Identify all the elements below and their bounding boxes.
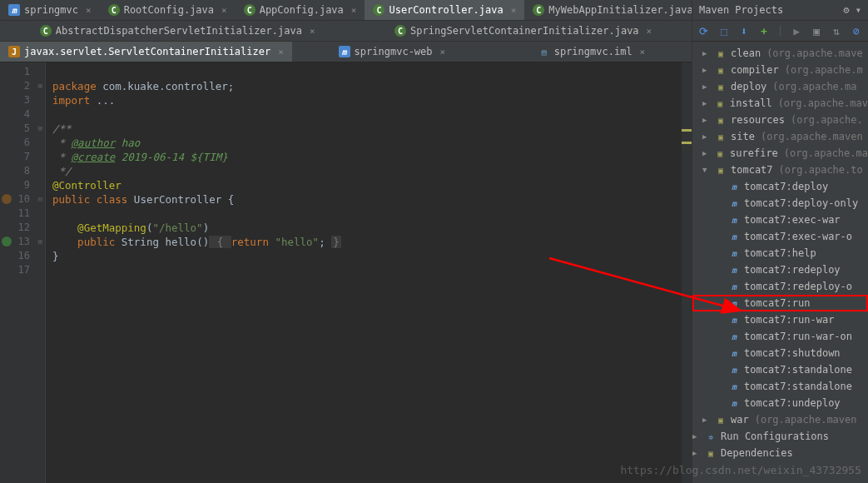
- c-file-icon: C: [373, 4, 384, 16]
- tree-item-tomcat7-run-war[interactable]: mtomcat7:run-war: [692, 311, 868, 328]
- tree-item-war[interactable]: ▶▣war(org.apache.maven: [692, 411, 868, 428]
- tab-springmvc[interactable]: mspringmvc×: [0, 0, 100, 20]
- gutter: 12⊞345⊞678910⊟111213⊞1617: [0, 62, 46, 483]
- tab-usercontroller-java[interactable]: CUserController.java×: [365, 0, 524, 20]
- m-file-icon: m: [339, 46, 350, 57]
- tree-item-tomcat7-exec-war-o[interactable]: mtomcat7:exec-war-o: [692, 228, 868, 245]
- tree-item-tomcat7-help[interactable]: mtomcat7:help: [692, 245, 868, 261]
- toggle-icon[interactable]: ⇅: [830, 24, 843, 37]
- expand-icon[interactable]: ▶: [702, 82, 711, 91]
- tree-item-tomcat7[interactable]: ▼▣tomcat7(org.apache.to: [692, 162, 868, 178]
- close-icon[interactable]: ×: [310, 26, 315, 37]
- code-editor[interactable]: 12⊞345⊞678910⊟111213⊞1617 package com.ku…: [0, 62, 692, 483]
- tree-item-tomcat7-deploy-only[interactable]: mtomcat7:deploy-only: [692, 195, 868, 212]
- close-icon[interactable]: ×: [351, 5, 357, 16]
- tree-item-surefire[interactable]: ▶▣surefire(org.apache.ma: [692, 145, 868, 162]
- package-icon: ▣: [704, 447, 717, 459]
- gear-icon[interactable]: ⚙ ▾: [843, 4, 861, 16]
- maven-goal-icon: m: [727, 281, 741, 292]
- tree-item-run-configurations[interactable]: ▶✲Run Configurations: [692, 428, 868, 445]
- maven-goal-icon: m: [727, 397, 741, 409]
- tab-springmvc-web[interactable]: mspringmvc-web×: [292, 42, 492, 62]
- maven-goal-icon: m: [727, 247, 741, 259]
- tree-item-install[interactable]: ▶▣install(org.apache.mav: [692, 95, 868, 112]
- close-icon[interactable]: ×: [221, 5, 227, 16]
- maven-goal-icon: m: [727, 197, 741, 209]
- tree-item-tomcat7-shutdown[interactable]: mtomcat7:shutdown: [692, 345, 868, 361]
- download-icon[interactable]: ⬇: [737, 24, 751, 37]
- tree-item-tomcat7-run-war-on[interactable]: mtomcat7:run-war-on: [692, 328, 868, 345]
- maven-goal-icon: m: [727, 214, 741, 226]
- package-icon: ▣: [714, 64, 727, 76]
- exec-icon[interactable]: ▣: [810, 24, 823, 37]
- maven-goal-icon: m: [727, 231, 741, 242]
- maven-title: Maven Projects ⚙ ▾: [692, 0, 868, 21]
- package-icon: ▣: [714, 164, 727, 176]
- tree-item-tomcat7-redeploy[interactable]: mtomcat7:redeploy: [692, 261, 868, 278]
- maven-toolbar: ⟳ ⬚ ⬇ + | ▶ ▣ ⇅ ⊘: [692, 21, 868, 42]
- tree-item-tomcat7-undeploy[interactable]: mtomcat7:undeploy: [692, 395, 868, 411]
- package-icon: ▣: [714, 47, 727, 59]
- editor-tabs-row2: CAbstractDispatcherServletInitializer.ja…: [0, 21, 692, 42]
- close-icon[interactable]: ×: [440, 47, 446, 57]
- scrollbar[interactable]: [682, 62, 692, 483]
- maven-panel: Maven Projects ⚙ ▾ ⟳ ⬚ ⬇ + | ▶ ▣ ⇅ ⊘ ▶▣c…: [692, 0, 868, 483]
- maven-goal-icon: m: [727, 297, 741, 309]
- add-icon[interactable]: +: [757, 24, 771, 37]
- expand-icon[interactable]: ▶: [702, 132, 711, 141]
- tab-springservletcontainerinitializer-java[interactable]: CSpringServletContainerInitializer.java×: [386, 21, 660, 41]
- expand-icon[interactable]: ▶: [702, 99, 711, 107]
- tree-item-tomcat7-run[interactable]: mtomcat7:run: [692, 295, 868, 311]
- tab-rootconfig-java[interactable]: CRootConfig.java×: [100, 0, 236, 20]
- refresh-icon[interactable]: ⟳: [697, 24, 711, 37]
- c-file-icon: C: [394, 25, 406, 37]
- maven-goal-icon: m: [727, 264, 741, 276]
- package-icon: ▣: [714, 414, 727, 426]
- skip-icon[interactable]: ⊘: [850, 24, 863, 37]
- run-icon[interactable]: ▶: [790, 24, 803, 37]
- expand-icon[interactable]: ▶: [692, 449, 701, 457]
- package-icon: ▣: [714, 114, 727, 126]
- editor-tabs-row3: Jjavax.servlet.ServletContainerInitializ…: [0, 42, 692, 62]
- tab-javax-servlet-servletcontainerinitializer[interactable]: Jjavax.servlet.ServletContainerInitializ…: [0, 42, 292, 62]
- expand-icon[interactable]: ▶: [702, 116, 711, 124]
- generate-icon[interactable]: ⬚: [717, 24, 731, 37]
- tab-appconfig-java[interactable]: CAppConfig.java×: [236, 0, 365, 20]
- close-icon[interactable]: ×: [640, 47, 646, 57]
- expand-icon[interactable]: ▼: [702, 166, 711, 174]
- tab-mywebappinitializer-java[interactable]: CMyWebAppInitializer.java×: [524, 0, 714, 20]
- c-file-icon: C: [244, 4, 255, 16]
- c-file-icon: C: [108, 4, 120, 16]
- expand-icon[interactable]: ▶: [702, 416, 711, 424]
- tree-item-tomcat7-standalone[interactable]: mtomcat7:standalone: [692, 361, 868, 378]
- maven-tree: ▶▣clean(org.apache.mave▶▣compiler(org.ap…: [692, 42, 868, 483]
- expand-icon[interactable]: ▶: [702, 149, 711, 157]
- tree-item-tomcat7-exec-war[interactable]: mtomcat7:exec-war: [692, 212, 868, 228]
- tree-item-resources[interactable]: ▶▣resources(org.apache.: [692, 112, 868, 128]
- tree-item-tomcat7-deploy[interactable]: mtomcat7:deploy: [692, 178, 868, 195]
- tree-item-compiler[interactable]: ▶▣compiler(org.apache.m: [692, 62, 868, 78]
- tree-item-deploy[interactable]: ▶▣deploy(org.apache.ma: [692, 78, 868, 95]
- expand-icon[interactable]: ▶: [692, 432, 701, 441]
- package-icon: ▣: [714, 97, 727, 109]
- tab-abstractdispatcherservletinitializer-java[interactable]: CAbstractDispatcherServletInitializer.ja…: [32, 21, 324, 41]
- close-icon[interactable]: ×: [511, 5, 517, 16]
- code-content[interactable]: package com.kuake.controller; import ...…: [46, 62, 692, 483]
- expand-icon[interactable]: ▶: [702, 49, 711, 57]
- maven-goal-icon: m: [727, 181, 741, 192]
- m-file-icon: m: [8, 4, 20, 16]
- tree-item-site[interactable]: ▶▣site(org.apache.maven: [692, 128, 868, 145]
- tree-item-dependencies[interactable]: ▶▣Dependencies: [692, 445, 868, 461]
- editor-tabs-row1: mspringmvc×CRootConfig.java×CAppConfig.j…: [0, 0, 692, 21]
- c-file-icon: C: [533, 4, 544, 16]
- tree-item-clean[interactable]: ▶▣clean(org.apache.mave: [692, 45, 868, 62]
- package-icon: ▣: [714, 147, 727, 159]
- maven-goal-icon: m: [727, 347, 741, 359]
- expand-icon[interactable]: ▶: [702, 66, 711, 74]
- close-icon[interactable]: ×: [278, 47, 284, 57]
- tree-item-tomcat7-standalone[interactable]: mtomcat7:standalone: [692, 378, 868, 395]
- close-icon[interactable]: ×: [647, 26, 652, 37]
- close-icon[interactable]: ×: [86, 5, 92, 16]
- tab-springmvc-iml[interactable]: ▤springmvc.iml×: [492, 42, 692, 62]
- tree-item-tomcat7-redeploy-o[interactable]: mtomcat7:redeploy-o: [692, 278, 868, 295]
